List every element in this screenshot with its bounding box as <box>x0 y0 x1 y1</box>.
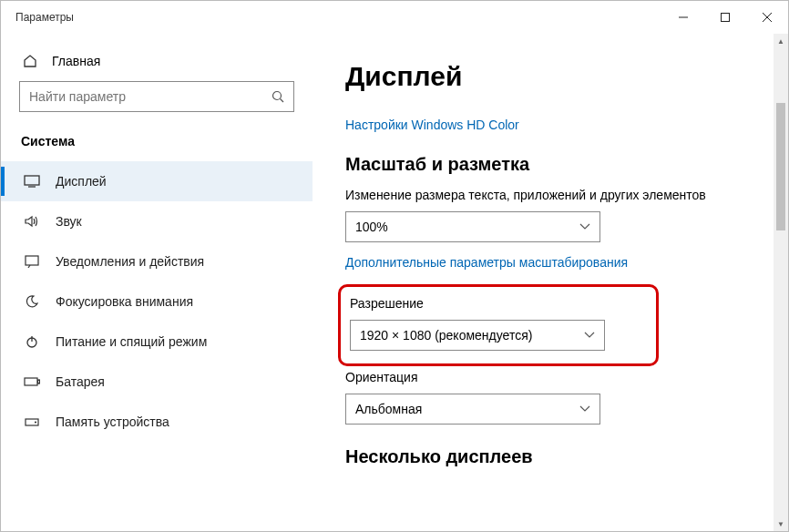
search-icon <box>272 90 284 103</box>
home-link[interactable]: Главная <box>19 48 294 81</box>
chevron-down-icon <box>584 332 595 339</box>
scale-dropdown[interactable]: 100% <box>345 211 600 242</box>
window-controls <box>662 3 788 32</box>
scrollbar-thumb[interactable] <box>776 103 785 230</box>
sidebar-item-label: Фокусировка внимания <box>56 294 193 309</box>
titlebar: Параметры <box>1 1 788 34</box>
battery-icon <box>23 376 41 387</box>
resolution-dropdown[interactable]: 1920 × 1080 (рекомендуется) <box>350 320 605 351</box>
sidebar-item-label: Звук <box>56 214 82 229</box>
content: Дисплей Настройки Windows HD Color Масшт… <box>313 34 788 531</box>
svg-line-5 <box>281 99 284 103</box>
window-title: Параметры <box>15 11 74 24</box>
scrollbar[interactable]: ▲ ▼ <box>774 34 788 531</box>
svg-rect-6 <box>25 176 39 185</box>
scroll-up-icon[interactable]: ▲ <box>774 34 788 48</box>
settings-window: Параметры Главная <box>0 0 789 532</box>
sidebar-item-power[interactable]: Питание и спящий режим <box>1 322 313 362</box>
sidebar-item-sound[interactable]: Звук <box>1 201 313 241</box>
svg-point-14 <box>36 422 36 423</box>
svg-rect-12 <box>38 380 40 384</box>
focus-icon <box>23 294 41 309</box>
minimize-button[interactable] <box>662 3 704 32</box>
multi-displays-heading: Несколько дисплеев <box>345 446 755 467</box>
svg-point-4 <box>273 92 282 100</box>
scroll-down-icon[interactable]: ▼ <box>774 517 788 531</box>
section-label: Система <box>19 130 294 161</box>
svg-rect-1 <box>722 14 730 22</box>
scale-value: 100% <box>355 220 388 234</box>
orientation-dropdown[interactable]: Альбомная <box>345 394 600 425</box>
sidebar-item-battery[interactable]: Батарея <box>1 362 313 402</box>
window-body: Главная Система Ди <box>1 34 788 531</box>
sidebar: Главная Система Ди <box>1 34 313 531</box>
scale-heading: Масштаб и разметка <box>345 154 755 175</box>
scale-advanced-link[interactable]: Дополнительные параметры масштабирования <box>345 255 628 270</box>
sidebar-item-label: Дисплей <box>56 174 107 189</box>
sidebar-item-label: Память устройства <box>56 414 169 429</box>
nav: Дисплей Звук Уве <box>1 161 313 442</box>
orientation-value: Альбомная <box>355 402 422 416</box>
sidebar-item-display[interactable]: Дисплей <box>1 161 313 201</box>
resolution-value: 1920 × 1080 (рекомендуется) <box>360 328 532 343</box>
sound-icon <box>23 215 41 228</box>
page-title: Дисплей <box>345 61 755 92</box>
maximize-button[interactable] <box>704 3 746 32</box>
sidebar-item-notifications[interactable]: Уведомления и действия <box>1 241 313 281</box>
close-button[interactable] <box>746 3 788 32</box>
sidebar-item-label: Батарея <box>56 374 105 389</box>
scale-label: Изменение размера текста, приложений и д… <box>345 188 755 202</box>
search-input[interactable] <box>29 89 272 104</box>
display-icon <box>23 175 41 188</box>
home-icon <box>23 54 39 68</box>
svg-rect-8 <box>26 256 38 265</box>
resolution-highlight: Разрешение 1920 × 1080 (рекомендуется) <box>338 284 659 366</box>
chevron-down-icon <box>579 405 590 413</box>
search-input-wrapper[interactable] <box>19 81 294 112</box>
home-label: Главная <box>52 54 100 68</box>
hd-color-link[interactable]: Настройки Windows HD Color <box>345 118 519 132</box>
sidebar-item-label: Питание и спящий режим <box>56 334 207 349</box>
resolution-label: Разрешение <box>346 296 643 311</box>
chevron-down-icon <box>579 223 590 230</box>
orientation-label: Ориентация <box>345 370 755 384</box>
sidebar-item-label: Уведомления и действия <box>56 254 204 269</box>
notifications-icon <box>23 255 41 268</box>
storage-icon <box>23 416 41 427</box>
power-icon <box>23 334 41 349</box>
sidebar-item-focus[interactable]: Фокусировка внимания <box>1 281 313 322</box>
svg-rect-11 <box>25 378 37 385</box>
sidebar-item-storage[interactable]: Память устройства <box>1 402 313 442</box>
